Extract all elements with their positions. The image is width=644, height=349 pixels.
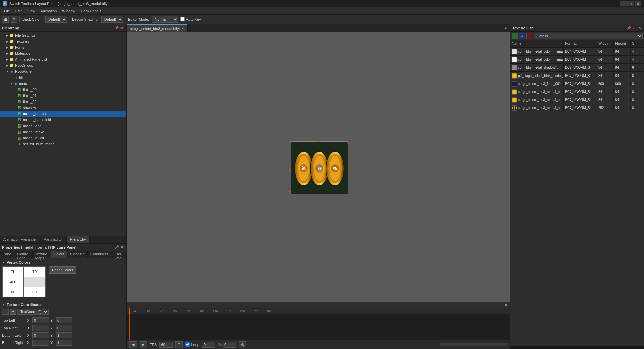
tree-item-textures[interactable]: ▶ 📁 Textures [0,38,126,44]
texture-list-pin-btn[interactable]: 📌 [627,26,631,30]
toolbar-settings-btn[interactable]: ⚙ [11,16,17,23]
tree-item-rootgroup[interactable]: ▶ 📁 RootGroup [0,62,126,68]
timeline-loop-checkbox[interactable] [185,342,190,347]
debug-shading-select[interactable]: Default [101,16,123,23]
close-button[interactable]: ✕ [635,1,641,6]
tree-item-medal-normal[interactable]: 🖼 medal_normal [0,111,126,117]
menu-animation[interactable]: Animation [38,7,59,14]
coord-value-tr-y[interactable] [56,325,72,331]
timeline-loop-label[interactable]: Loop [185,342,199,347]
tab-blending[interactable]: Blending [67,251,88,258]
vertex-colors-toggle[interactable]: ▼ [2,261,5,264]
texcoord-add-btn[interactable]: + [10,309,16,315]
auto-key-checkbox[interactable] [180,17,185,21]
tab-colors[interactable]: Colors [51,251,67,258]
menu-view[interactable]: View [24,7,38,14]
tab-parts-editor[interactable]: Parts Editor [40,236,66,243]
texture-list-expand-btn[interactable]: ⤢ [632,26,637,30]
tree-item-set-txt-num-medal[interactable]: T set_txt_num_medal [0,141,126,147]
timeline-loop-value-input[interactable] [202,342,215,348]
vc-tl[interactable]: TL [2,267,24,277]
properties-pin-btn[interactable]: 📌 [114,245,119,250]
texture-remove-btn[interactable]: − [526,33,532,39]
menu-window[interactable]: Window [59,7,78,14]
vc-br[interactable]: BR [24,287,45,297]
texture-row-7[interactable]: stage_select_btn3_medal_normal^u BC7_UNO… [510,104,644,112]
hierarchy-close-btn[interactable]: ✕ [120,26,124,30]
tree-item-medal-battlefield[interactable]: 🖼 medal_battlefield [0,117,126,123]
timeline-tracks[interactable] [127,314,510,340]
properties-close-btn[interactable]: ✕ [120,245,124,250]
tree-item-file-settings[interactable]: ▶ 📁 File Settings [0,32,126,38]
menu-edit[interactable]: Edit [13,7,24,14]
coord-value-tr-x[interactable] [32,325,49,331]
coord-value-tl-x[interactable] [32,317,49,323]
right-panel-hscroll[interactable] [510,346,644,349]
tab-pane[interactable]: Pane [0,251,14,258]
tab-animation-hierarchy[interactable]: Animation Hierarchy [0,236,40,243]
tree-item-animated-pane-list[interactable]: ▶ 📁 Animated Pane List [0,56,126,62]
timeline-frame-input[interactable] [223,342,236,348]
coord-value-br-x[interactable] [32,340,49,346]
tree-item-medal-end[interactable]: 🖼 medal_end [0,123,126,129]
menu-dockpanels[interactable]: Dock Panels [78,7,104,14]
canvas-area[interactable]: ⚔ 🤖 [127,32,510,302]
texture-reload-btn[interactable]: ↺ [519,33,525,39]
texcoord-select[interactable]: TexCoord [0] [17,309,49,315]
timeline-hscroll[interactable] [440,343,507,346]
timeline-play-back-btn[interactable]: ◀ [129,341,137,348]
timeline-play-fwd-btn[interactable]: ▶ [140,341,147,348]
texture-row-6[interactable]: stage_select_btn3_medal_end^u BC7_UNORM_… [510,96,644,104]
tab-combiners[interactable]: Combiners [88,251,111,258]
timeline-close-btn[interactable]: ✕ [504,303,508,308]
tree-item-fonts[interactable]: ▶ 📁 Fonts [0,44,126,50]
editor-tab-main[interactable]: stage_select_btn3_medal.bflyt ✕ [127,24,188,32]
texture-row-2[interactable]: com_btn_medal_shadow^u BC7_UNORM_S 84 84… [510,64,644,72]
tree-item-flare02[interactable]: 🖼 flare_02 [0,99,126,105]
timeline-expand-btn[interactable]: ⊕ [239,341,246,348]
coord-value-bl-y[interactable] [56,332,72,338]
editor-tab-close[interactable]: ✕ [181,27,184,30]
back-color-select[interactable]: Default [45,16,67,23]
hierarchy-tree[interactable]: ▶ 📁 File Settings ▶ 📁 Textures ▶ 📁 Fonts… [0,32,126,236]
texture-row-4[interactable]: stage_select_btn3_flare_00^u BC7_UNORM_S… [510,80,644,88]
tree-item-medal-hl-all[interactable]: 🖼 medal_hl_all [0,135,126,141]
coord-value-bl-x[interactable] [32,332,49,338]
timeline-fps-input[interactable] [159,342,173,348]
vc-bl[interactable]: BL [2,287,24,297]
editor-tab-arrow[interactable]: ▼ [502,26,510,30]
toolbar-save-btn[interactable]: 💾 [2,16,9,23]
tab-user-data[interactable]: User Data [111,251,126,258]
tab-texture-maps[interactable]: Texture Maps [33,251,51,258]
texture-view-select[interactable]: Details [534,33,643,39]
auto-key-checkbox-label[interactable]: Auto Key [180,17,201,21]
coord-value-tl-y[interactable] [56,317,72,323]
texture-coords-toggle[interactable]: ▼ [2,303,5,306]
texture-row-0[interactable]: com_btn_medal_color_hl_mask_00`s BC4_UNO… [510,48,644,56]
vc-tr[interactable]: TR [24,267,45,277]
menu-file[interactable]: File [1,7,13,14]
texture-row-1[interactable]: com_btn_medal_color_hl_mask_01`t BC5_UNO… [510,56,644,64]
tree-item-rootpane[interactable]: ▼ ■ RootPane [0,68,126,74]
timeline-fit-btn[interactable]: ⊡ [175,341,183,348]
maximize-button[interactable]: □ [627,1,634,6]
tab-hierarchy[interactable]: Hierarchy [67,236,90,243]
minimize-button[interactable]: ─ [620,1,627,6]
texture-row-5[interactable]: stage_select_btn3_medal_battlefield^u BC… [510,88,644,96]
texture-list-close-btn[interactable]: ✕ [637,26,642,30]
editor-mode-select[interactable]: Normal [152,16,178,23]
hierarchy-pin-btn[interactable]: 📌 [114,26,119,30]
tree-item-medal-make[interactable]: 🖼 medal_make [0,129,126,135]
texture-row-3[interactable]: p2_stage_select_btn3_medal_edit^u BC7_UN… [510,72,644,80]
tree-item-flare01[interactable]: 🖼 flare_01 [0,93,126,99]
tree-item-shadow[interactable]: 🖼 shadow [0,105,126,111]
tree-item-hit[interactable]: □ hit [0,74,126,81]
texture-add-btn[interactable]: + [512,33,518,39]
coord-value-br-y[interactable] [56,340,72,346]
vc-all[interactable]: ALL [2,277,24,287]
tree-item-flare00[interactable]: 🖼 flare_00 [0,87,126,93]
tab-picture-pane[interactable]: Picture Pane [14,251,33,258]
tree-item-materials[interactable]: ▶ 📁 Materials [0,50,126,56]
reset-colors-button[interactable]: Reset Colors [49,266,76,274]
tree-item-medal[interactable]: ▼ ■ medal [0,81,126,87]
